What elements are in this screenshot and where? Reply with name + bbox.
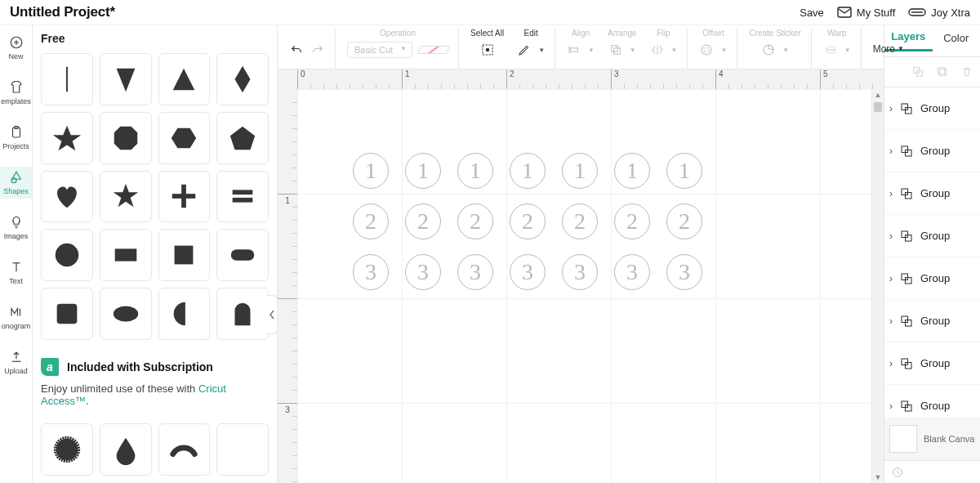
tab-color[interactable]: Color bbox=[933, 32, 981, 51]
layer-row[interactable]: ›Group bbox=[884, 342, 980, 385]
vertical-scrollbar[interactable]: ▲ ▼ bbox=[871, 89, 884, 483]
canvas-item[interactable]: 2 bbox=[666, 203, 702, 239]
scroll-up-icon[interactable]: ▲ bbox=[872, 89, 884, 101]
undo-icon[interactable] bbox=[289, 42, 304, 57]
canvas-item[interactable]: 3 bbox=[457, 254, 493, 290]
canvas-item[interactable]: 2 bbox=[405, 203, 441, 239]
rail-text[interactable]: Text bbox=[0, 257, 32, 288]
layer-row[interactable]: ›Group bbox=[884, 215, 980, 257]
shape-pentagon[interactable] bbox=[216, 112, 269, 164]
svg-rect-22 bbox=[172, 195, 196, 199]
shape-drop[interactable] bbox=[100, 423, 152, 476]
canvas-item[interactable]: 1 bbox=[562, 153, 598, 189]
shape-triangle-up[interactable] bbox=[158, 53, 211, 105]
canvas-item[interactable]: 2 bbox=[510, 203, 546, 239]
rail-new[interactable]: New bbox=[0, 32, 32, 64]
shape-line[interactable] bbox=[41, 53, 93, 105]
shape-equals[interactable] bbox=[216, 171, 269, 223]
pencil-icon[interactable] bbox=[517, 42, 532, 57]
shape-burst[interactable] bbox=[41, 423, 93, 476]
rail-templates[interactable]: emplates bbox=[0, 77, 32, 109]
warp-icon[interactable] bbox=[823, 42, 838, 57]
trash-icon[interactable] bbox=[960, 65, 973, 78]
shape-diamond[interactable] bbox=[216, 53, 269, 105]
shape-star[interactable] bbox=[41, 112, 93, 164]
canvas-item[interactable]: 1 bbox=[353, 153, 389, 189]
canvas-item[interactable]: 3 bbox=[666, 254, 702, 290]
layer-row[interactable]: ›Group bbox=[884, 130, 980, 172]
shape-arch[interactable] bbox=[216, 288, 269, 340]
svg-rect-63 bbox=[906, 405, 912, 411]
shape-plus[interactable] bbox=[158, 171, 211, 223]
scroll-thumb[interactable] bbox=[874, 102, 882, 112]
shape-crescent[interactable] bbox=[216, 423, 269, 476]
layers-panel: Layers Color ›Group›Group›Group›Group›Gr… bbox=[884, 25, 980, 483]
select-all-icon[interactable] bbox=[480, 42, 495, 57]
offset-icon[interactable] bbox=[699, 42, 714, 57]
canvas-item[interactable]: 3 bbox=[405, 254, 441, 290]
ruler-tick: 4 bbox=[715, 69, 724, 89]
canvas-item[interactable]: 3 bbox=[510, 254, 546, 290]
canvas-item[interactable]: 2 bbox=[353, 203, 389, 239]
canvas-item[interactable]: 1 bbox=[457, 153, 493, 189]
sticker-icon[interactable] bbox=[761, 42, 776, 57]
save-button[interactable]: Save bbox=[800, 7, 824, 19]
operation-color-swatch[interactable] bbox=[417, 46, 450, 54]
shape-star-outline[interactable] bbox=[100, 171, 152, 223]
svg-rect-54 bbox=[902, 231, 908, 238]
operation-dropdown[interactable]: Basic Cut ▼ bbox=[347, 42, 412, 58]
shape-half-circle[interactable] bbox=[158, 288, 211, 340]
arrange-icon[interactable] bbox=[608, 42, 623, 57]
rail-upload[interactable]: Upload bbox=[0, 347, 32, 378]
canvas-item[interactable]: 1 bbox=[614, 153, 650, 189]
shape-pill[interactable] bbox=[216, 229, 269, 281]
my-stuff-link[interactable]: My Stuff bbox=[837, 7, 895, 19]
shape-rectangle[interactable] bbox=[100, 229, 152, 281]
shape-triangle-down[interactable] bbox=[100, 53, 152, 105]
blank-canvas-row[interactable]: Blank Canva bbox=[884, 418, 980, 460]
left-rail: New emplates Projects Shapes Images Text… bbox=[0, 25, 33, 483]
layer-row[interactable]: ›Group bbox=[884, 300, 980, 342]
align-icon[interactable] bbox=[567, 42, 581, 57]
canvas-item[interactable]: 3 bbox=[353, 254, 389, 290]
monogram-icon bbox=[9, 305, 24, 320]
group-action-icon[interactable] bbox=[911, 65, 924, 78]
rail-monogram[interactable]: onogram bbox=[0, 302, 32, 333]
layer-row[interactable]: ›Group bbox=[884, 172, 980, 215]
duplicate-action-icon[interactable] bbox=[936, 65, 949, 78]
machine-selector[interactable]: Joy Xtra bbox=[908, 7, 970, 19]
svg-rect-37 bbox=[614, 48, 621, 55]
layers-list: ›Group›Group›Group›Group›Group›Group›Gro… bbox=[884, 87, 980, 418]
rail-shapes[interactable]: Shapes bbox=[0, 167, 32, 199]
rail-projects[interactable]: Projects bbox=[0, 122, 32, 154]
redo-icon[interactable] bbox=[310, 42, 325, 57]
design-canvas[interactable]: 111111122222223333333 bbox=[297, 89, 884, 483]
layer-row[interactable]: ›Group bbox=[884, 87, 980, 130]
flip-icon[interactable] bbox=[650, 42, 665, 57]
canvas-item[interactable]: 1 bbox=[666, 153, 702, 189]
shape-square[interactable] bbox=[158, 229, 211, 281]
svg-point-33 bbox=[485, 48, 489, 52]
svg-rect-61 bbox=[906, 362, 912, 369]
shape-circle[interactable] bbox=[41, 229, 93, 281]
tb-more[interactable]: More ▼ bbox=[868, 40, 909, 58]
history-icon[interactable] bbox=[891, 466, 904, 479]
shape-octagon[interactable] bbox=[100, 112, 152, 164]
canvas-item[interactable]: 2 bbox=[457, 203, 493, 239]
canvas-item[interactable]: 2 bbox=[562, 203, 598, 239]
shape-hexagon[interactable] bbox=[158, 112, 211, 164]
canvas-item[interactable]: 1 bbox=[510, 153, 546, 189]
canvas-item[interactable]: 3 bbox=[614, 254, 650, 290]
panel-collapse-handle[interactable] bbox=[266, 295, 278, 334]
shape-heart[interactable] bbox=[41, 171, 93, 223]
canvas-item[interactable]: 2 bbox=[614, 203, 650, 239]
scroll-down-icon[interactable]: ▼ bbox=[872, 472, 884, 483]
shape-ellipse[interactable] bbox=[100, 288, 152, 340]
layer-row[interactable]: ›Group bbox=[884, 257, 980, 300]
shape-rounded-square[interactable] bbox=[41, 288, 93, 340]
rail-images[interactable]: Images bbox=[0, 212, 32, 244]
shape-arc[interactable] bbox=[158, 423, 211, 476]
layer-row[interactable]: ›Group bbox=[884, 385, 980, 418]
canvas-item[interactable]: 3 bbox=[562, 254, 598, 290]
canvas-item[interactable]: 1 bbox=[405, 153, 441, 189]
